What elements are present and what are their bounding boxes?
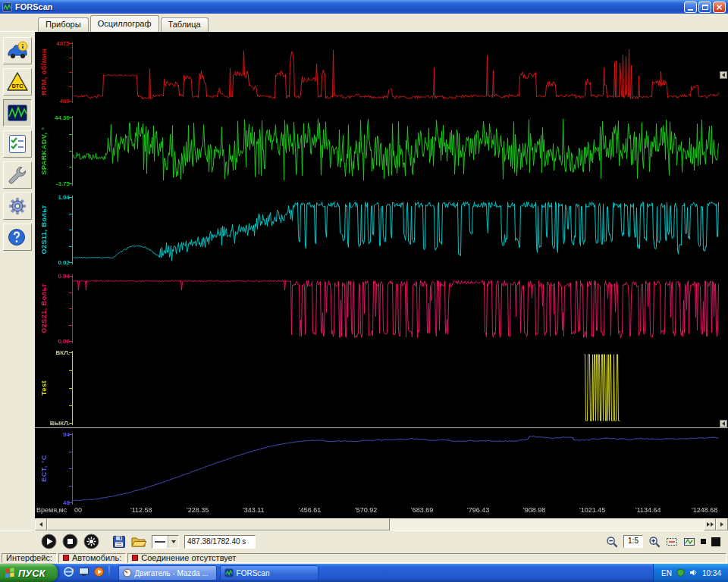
scope-area: Время,мс 00'112.58'228.35'343.11'456.61'… [35,32,728,518]
connection-status: Соединение отсутствует [141,553,236,562]
maximize-icon [702,5,708,10]
channel-min-value: -3.75 [35,180,70,187]
stop-button[interactable] [62,534,78,549]
zoom-fit-icon [683,536,695,548]
scroll-right-fast-button[interactable] [704,518,716,530]
browser-icon [63,566,74,577]
channel-name: O2S21, Вольт [40,283,48,333]
help-icon [7,227,28,248]
service-button[interactable] [3,161,32,189]
time-tick-label: '683.69 [411,506,433,514]
vehicle-info-button[interactable] [3,37,32,64]
close-icon [716,4,723,11]
trace-marker-top-button[interactable] [720,71,727,79]
time-tick-label: '1248.68 [692,506,717,514]
ie-quicklaunch-button[interactable] [63,566,74,580]
channel-min-value: 0.02 [35,259,70,266]
horizontal-scrollbar[interactable] [35,518,728,530]
scroll-left-button[interactable] [35,518,47,530]
volume-icon[interactable] [689,568,698,578]
zoom-scale-display: 1:5 [623,535,643,548]
trace-style-select[interactable] [152,535,179,549]
windows-logo-icon [5,568,15,578]
line-width-thick-button[interactable] [711,537,720,546]
system-tray: EN 10:34 [653,564,728,582]
titlebar: FORScan [0,0,728,14]
channel-min-value: ВЫКЛ. [35,420,70,427]
right-arrow-icon [711,522,714,527]
folder-icon [131,536,146,548]
window-title: FORScan [15,2,682,11]
dtc-button[interactable]: DTC [3,68,32,95]
gear-icon [7,196,28,217]
scrollbar-thumb[interactable] [47,518,390,530]
time-tick-label: '908.98 [523,506,545,514]
trace-marker-bottom-button[interactable] [720,420,727,427]
taskbar: ПУСК Двигатель - Mazda ... FORScan EN 10… [0,564,728,582]
zoom-in-button[interactable] [648,536,661,548]
minimize-button[interactable] [684,2,697,13]
forscan-icon [224,568,234,577]
zoom-window-icon [666,536,678,548]
time-tick-label: '456.61 [299,506,321,514]
channel-min-value: 469 [35,98,70,105]
language-indicator[interactable]: EN [661,569,672,577]
close-button[interactable] [713,2,726,13]
left-arrow-icon [39,522,42,527]
channel-name: SPARKADV, ° [40,127,48,174]
maximize-button[interactable] [698,2,711,13]
time-tick-label: '570.92 [355,506,377,514]
zoom-out-button[interactable] [606,536,618,548]
time-tick-label: '1134.64 [635,506,661,514]
zoom-fit-button[interactable] [683,536,695,548]
clock: 10:34 [702,569,721,577]
channel-name: Test [40,380,48,396]
channel-max-value: 0.94 [35,273,70,280]
oscilloscope-button[interactable] [3,99,32,127]
start-button[interactable]: ПУСК [0,564,58,582]
play-icon [41,534,57,549]
task-label: Двигатель - Mazda ... [135,569,209,577]
gauge-icon [123,568,132,577]
floppy-icon [112,535,126,549]
channel-min-value: 0.00 [35,338,70,345]
left-arrow-icon [722,421,725,426]
scrollbar-track[interactable] [47,518,704,530]
shield-icon[interactable] [676,568,685,578]
dropdown-button[interactable] [168,536,178,548]
time-tick-label: '343.11 [243,506,265,514]
oscilloscope-canvas[interactable] [35,32,728,518]
playback-position-field[interactable]: 487.38/1782.40 s [184,535,256,549]
channel-name: O2S11, Вольт [40,205,48,254]
channel-max-value: ВКЛ. [35,349,70,356]
line-width-thin-button[interactable] [701,539,706,544]
tab-oscilloscope[interactable]: Осциллограф [90,15,159,32]
divider [108,566,110,580]
checklist-icon [7,133,28,155]
tab-instruments[interactable]: Приборы [38,17,89,32]
dtc-warning-icon: DTC [7,71,28,92]
app-icon [2,2,12,12]
scroll-right-button[interactable] [716,518,728,530]
time-tick-label: '112.58 [130,506,152,514]
play-button[interactable] [41,534,57,549]
tests-button[interactable] [3,130,32,158]
media-player-button[interactable] [93,566,105,580]
settings-button[interactable] [3,192,32,220]
open-button[interactable] [131,536,146,548]
time-axis-label: Время,мс [36,506,67,514]
task-button-forscan[interactable]: FORScan [220,565,318,580]
connection-status-panel: Соединение отсутствует [127,553,726,563]
player-icon [93,566,105,577]
show-desktop-button[interactable] [78,566,89,580]
gear-circle-icon [83,534,99,549]
zoom-window-button[interactable] [666,536,678,548]
tab-table[interactable]: Таблица [161,17,209,32]
save-button[interactable] [112,535,126,549]
time-tick-label: '1021.45 [579,506,605,514]
record-settings-button[interactable] [83,534,99,549]
task-button-engine[interactable]: Двигатель - Mazda ... [118,565,217,580]
car-info-icon [7,40,28,61]
help-button[interactable] [3,224,32,251]
stop-icon [62,534,78,549]
